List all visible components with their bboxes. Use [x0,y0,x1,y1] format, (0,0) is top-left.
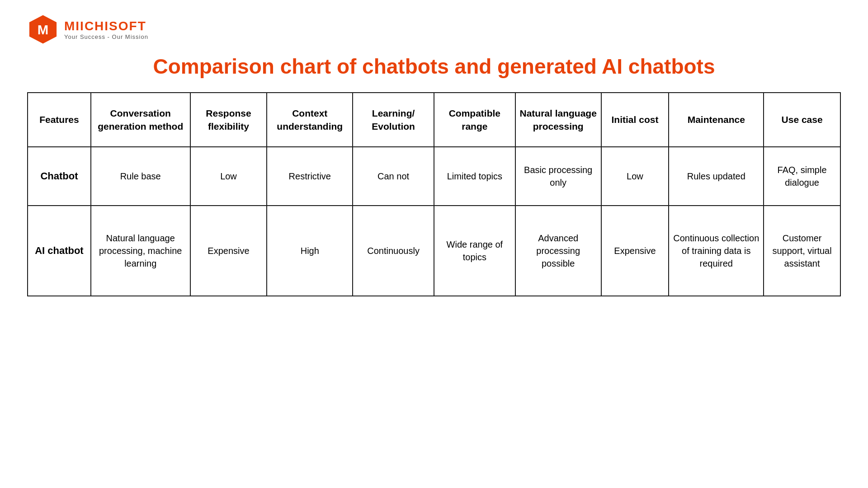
header-response: Response flexibility [190,93,267,147]
chatbot-response: Low [190,147,267,206]
ai-learning: Continuously [353,206,434,296]
chatbot-label: Chatbot [28,147,91,206]
ai-compatible: Wide range of topics [434,206,515,296]
header-compatible: Compatible range [434,93,515,147]
header-cost: Initial cost [601,93,669,147]
ai-maintenance: Continuous collection of training data i… [669,206,764,296]
header-context: Context understanding [267,93,353,147]
chatbot-row: Chatbot Rule base Low Restrictive Can no… [28,147,840,206]
logo: M MIICHISOFT Your Success - Our Mission [27,14,148,45]
header-conversation: Conversation generation method [91,93,190,147]
header-usecase: Use case [764,93,840,147]
svg-text:M: M [38,22,48,37]
header-nlp: Natural language processing [515,93,601,147]
header-maintenance: Maintenance [669,93,764,147]
chatbot-usecase: FAQ, simple dialogue [764,147,840,206]
chatbot-conversation: Rule base [91,147,190,206]
chatbot-compatible: Limited topics [434,147,515,206]
chatbot-context: Restrictive [267,147,353,206]
logo-icon: M [27,14,59,45]
page: M MIICHISOFT Your Success - Our Mission … [0,0,868,488]
header-learning: Learning/ Evolution [353,93,434,147]
ai-conversation: Natural language processing, machine lea… [91,206,190,296]
logo-brand: MIICHISOFT [64,19,148,33]
logo-tagline: Your Success - Our Mission [64,33,148,40]
ai-usecase: Customer support, virtual assistant [764,206,840,296]
ai-label: AI chatbot [28,206,91,296]
table-header-row: Features Conversation generation method … [28,93,840,147]
table-wrapper: Features Conversation generation method … [27,92,841,470]
page-title: Comparison chart of chatbots and generat… [27,54,841,79]
header: M MIICHISOFT Your Success - Our Mission [27,14,841,45]
ai-nlp: Advanced processing possible [515,206,601,296]
ai-response: Expensive [190,206,267,296]
ai-cost: Expensive [601,206,669,296]
ai-row: AI chatbot Natural language processing, … [28,206,840,296]
chatbot-maintenance: Rules updated [669,147,764,206]
chatbot-cost: Low [601,147,669,206]
comparison-table: Features Conversation generation method … [27,92,841,296]
chatbot-nlp: Basic processing only [515,147,601,206]
ai-context: High [267,206,353,296]
chatbot-learning: Can not [353,147,434,206]
header-features: Features [28,93,91,147]
logo-text: MIICHISOFT Your Success - Our Mission [64,19,148,40]
